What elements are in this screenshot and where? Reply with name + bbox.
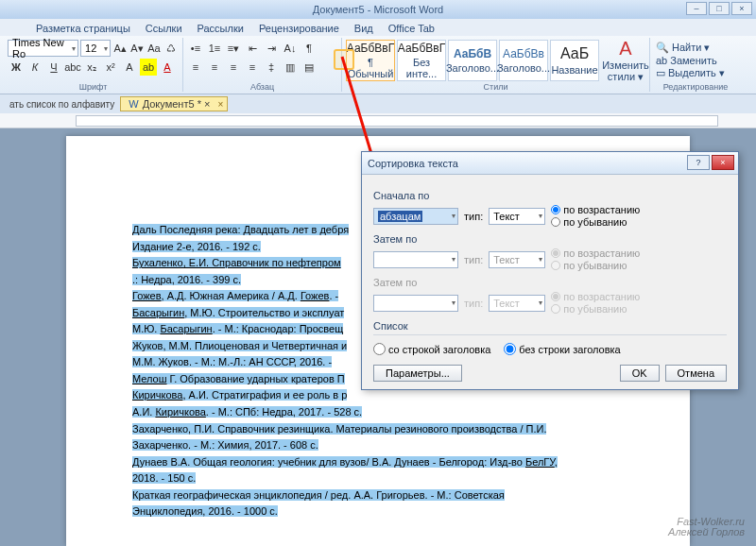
change-case-icon[interactable]: Aa <box>146 40 162 57</box>
minimize-button[interactable]: – <box>686 2 707 15</box>
show-marks-icon[interactable]: ¶ <box>301 40 318 57</box>
find-button[interactable]: 🔍Найти ▾ <box>656 42 735 54</box>
shrink-font-icon[interactable]: A▾ <box>129 40 145 57</box>
replace-icon: ab <box>656 55 667 66</box>
sort-icon[interactable]: A↓ <box>282 40 299 57</box>
text-effects-icon[interactable]: A <box>121 59 138 76</box>
desc-radio-3: по убыванию <box>551 303 640 315</box>
dialog-title: Сортировка текста <box>368 158 458 169</box>
grow-font-icon[interactable]: A▴ <box>112 40 128 57</box>
clear-format-icon[interactable]: ♺ <box>163 40 179 57</box>
sort-text-dialog: Сортировка текста ? × Сначала по абзацам… <box>361 151 739 390</box>
sort-type-2[interactable]: Текст <box>489 251 545 268</box>
type-label-2: тип: <box>464 254 483 265</box>
underline-icon[interactable]: Ч <box>45 59 62 76</box>
close-button[interactable]: × <box>731 2 752 15</box>
highlight-icon[interactable]: ab <box>140 59 157 76</box>
superscript-icon[interactable]: x² <box>102 59 119 76</box>
ok-button[interactable]: OK <box>620 365 660 382</box>
borders-icon[interactable]: ▤ <box>301 59 318 76</box>
horizontal-ruler[interactable] <box>0 113 756 128</box>
title-bar: Документ5 - Microsoft Word – □ × <box>0 0 756 19</box>
then-by-label-2: Затем по <box>373 277 727 288</box>
sort-field-3 <box>373 295 458 312</box>
type-label-1: тип: <box>464 211 483 222</box>
tab-view[interactable]: Вид <box>347 21 381 36</box>
dialog-titlebar[interactable]: Сортировка текста ? × <box>362 152 738 175</box>
tab-references[interactable]: Ссылки <box>138 21 190 36</box>
dialog-close-button[interactable]: × <box>712 155 734 170</box>
tab-mailings[interactable]: Рассылки <box>190 21 251 36</box>
group-label-font: Шрифт <box>4 82 182 92</box>
find-icon: 🔍 <box>656 42 669 54</box>
doctab-truncated[interactable]: ать список по алфавиту <box>4 99 120 110</box>
sort-row-1: абзацам тип: Текст по возрастанию по убы… <box>373 204 727 228</box>
sort-field-2[interactable] <box>373 251 458 268</box>
multilevel-icon[interactable]: ≡▾ <box>225 40 242 57</box>
style-heading1[interactable]: АаБбВЗаголово... <box>448 40 497 81</box>
window-controls: – □ × <box>686 2 752 15</box>
group-label-para: Абзац <box>183 82 341 92</box>
asc-radio-3: по возрастанию <box>551 291 640 302</box>
sort-field-1[interactable]: абзацам <box>373 208 458 225</box>
replace-button[interactable]: abЗаменить <box>656 55 735 66</box>
group-font: Times New Ro 12 A▴ A▾ Aa ♺ Ж К Ч abc x₂ … <box>4 38 183 92</box>
style-title[interactable]: АаБНазвание <box>550 40 599 81</box>
sort-button-highlight <box>334 49 354 70</box>
parameters-button[interactable]: Параметры... <box>373 365 462 382</box>
with-header-radio[interactable]: со строкой заголовка <box>373 343 490 355</box>
change-styles-button[interactable]: AИзменить стили ▾ <box>601 40 650 81</box>
tab-page-layout[interactable]: Разметка страницы <box>28 21 138 36</box>
asc-radio-1[interactable]: по возрастанию <box>551 204 640 215</box>
ribbon: Times New Ro 12 A▴ A▾ Aa ♺ Ж К Ч abc x₂ … <box>0 36 756 94</box>
group-label-edit: Редактирование <box>650 82 741 92</box>
bold-icon[interactable]: Ж <box>8 59 25 76</box>
group-editing: 🔍Найти ▾ abЗаменить ▭Выделить ▾ Редактир… <box>650 38 741 92</box>
numbering-icon[interactable]: 1≡ <box>206 40 223 57</box>
strike-icon[interactable]: abc <box>64 59 81 76</box>
select-button[interactable]: ▭Выделить ▾ <box>656 67 735 79</box>
align-center-icon[interactable]: ≡ <box>206 59 223 76</box>
line-spacing-icon[interactable]: ‡ <box>263 59 280 76</box>
justify-icon[interactable]: ≡ <box>244 59 261 76</box>
style-no-spacing[interactable]: АаБбВвГБез инте... <box>397 40 446 81</box>
select-icon: ▭ <box>656 67 665 79</box>
dialog-help-button[interactable]: ? <box>687 155 710 170</box>
style-heading2[interactable]: АаБбВвЗаголово... <box>499 40 548 81</box>
bullets-icon[interactable]: •≡ <box>187 40 204 57</box>
indent-icon[interactable]: ⇥ <box>263 40 280 57</box>
group-paragraph: •≡ 1≡ ≡▾ ⇤ ⇥ A↓ ¶ ≡ ≡ ≡ ≡ ‡ ▥ ▤ Абзац <box>183 38 342 92</box>
align-left-icon[interactable]: ≡ <box>187 59 204 76</box>
desc-radio-1[interactable]: по убыванию <box>551 216 640 228</box>
font-color-icon[interactable]: A <box>159 59 176 76</box>
tab-review[interactable]: Рецензирование <box>251 21 347 36</box>
doc-word-icon: W <box>129 98 138 110</box>
sort-type-1[interactable]: Текст <box>489 208 545 225</box>
asc-radio-2: по возрастанию <box>551 247 640 259</box>
without-header-radio[interactable]: без строки заголовка <box>504 343 620 355</box>
subscript-icon[interactable]: x₂ <box>83 59 100 76</box>
type-label-3: тип: <box>464 298 483 309</box>
desc-radio-2: по убыванию <box>551 260 640 271</box>
cancel-button[interactable]: Отмена <box>665 365 727 382</box>
font-size-combo[interactable]: 12 <box>80 40 111 57</box>
align-right-icon[interactable]: ≡ <box>225 59 242 76</box>
list-section-label: Список <box>373 320 727 332</box>
window-title: Документ5 - Microsoft Word <box>313 4 443 15</box>
watermark: Fast-Wolker.ru Алексей Горлов <box>668 517 745 538</box>
dedent-icon[interactable]: ⇤ <box>244 40 261 57</box>
maximize-button[interactable]: □ <box>709 2 730 15</box>
sort-row-3: тип: Текст по возрастанию по убыванию <box>373 291 727 315</box>
sort-type-3: Текст <box>489 295 545 312</box>
tab-office-tab[interactable]: Office Tab <box>381 21 442 36</box>
group-styles: АаБбВвГ¶ Обычный АаБбВвГБез инте... АаБб… <box>342 38 650 92</box>
group-label-styles: Стили <box>342 82 649 92</box>
ribbon-tabs: Разметка страницы Ссылки Рассылки Реценз… <box>0 19 756 36</box>
document-tabs-bar: ать список по алфавиту WДокумент5 * × <box>0 94 756 113</box>
document-tab[interactable]: WДокумент5 * × <box>120 96 228 111</box>
first-by-label: Сначала по <box>373 190 727 201</box>
shading-icon[interactable]: ▥ <box>282 59 299 76</box>
list-header-row: со строкой заголовка без строки заголовк… <box>373 343 727 355</box>
font-name-combo[interactable]: Times New Ro <box>8 40 78 57</box>
italic-icon[interactable]: К <box>26 59 43 76</box>
